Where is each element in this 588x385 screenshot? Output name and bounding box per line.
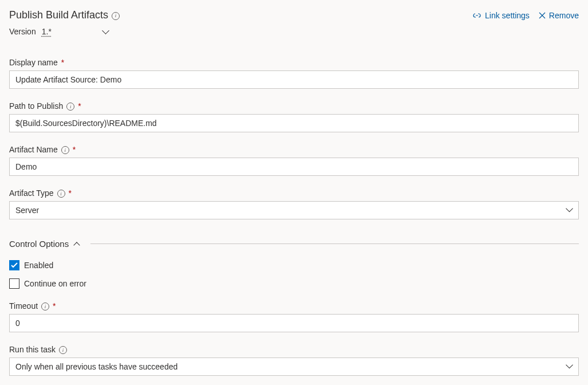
required-marker: * bbox=[73, 145, 76, 154]
required-marker: * bbox=[78, 101, 81, 111]
page-title: Publish Build Artifacts bbox=[9, 9, 108, 21]
info-icon[interactable] bbox=[66, 103, 74, 111]
artifact-name-input[interactable] bbox=[9, 158, 579, 176]
enabled-label: Enabled bbox=[24, 261, 53, 270]
required-marker: * bbox=[61, 58, 64, 67]
artifact-type-select[interactable]: Server bbox=[9, 201, 579, 219]
required-marker: * bbox=[53, 301, 56, 311]
required-marker: * bbox=[69, 188, 72, 198]
chevron-down-icon bbox=[102, 27, 109, 34]
enabled-checkbox[interactable] bbox=[9, 260, 19, 270]
timeout-label: Timeout bbox=[9, 301, 38, 311]
link-settings-button[interactable]: Link settings bbox=[472, 11, 530, 20]
run-this-task-select[interactable]: Only when all previous tasks have succee… bbox=[9, 358, 579, 376]
close-icon bbox=[539, 12, 546, 19]
info-icon[interactable] bbox=[41, 302, 49, 311]
control-options-toggle[interactable]: Control Options bbox=[9, 239, 579, 249]
display-name-label: Display name bbox=[9, 58, 58, 67]
version-label: Version bbox=[9, 27, 36, 36]
link-settings-label: Link settings bbox=[485, 11, 530, 20]
divider bbox=[90, 243, 579, 244]
timeout-input[interactable] bbox=[9, 314, 579, 332]
remove-button[interactable]: Remove bbox=[539, 11, 579, 20]
path-to-publish-label: Path to Publish bbox=[9, 101, 63, 111]
link-icon bbox=[472, 12, 482, 19]
artifact-type-label: Artifact Type bbox=[9, 188, 54, 198]
run-this-task-label: Run this task bbox=[9, 345, 56, 354]
path-to-publish-input[interactable] bbox=[9, 114, 579, 132]
continue-label: Continue on error bbox=[24, 279, 86, 288]
continue-checkbox-row[interactable]: Continue on error bbox=[9, 278, 579, 289]
continue-checkbox[interactable] bbox=[9, 278, 19, 289]
control-options-title: Control Options bbox=[9, 239, 69, 249]
info-icon[interactable] bbox=[112, 12, 120, 20]
info-icon[interactable] bbox=[59, 346, 67, 354]
artifact-name-label: Artifact Name bbox=[9, 145, 58, 154]
version-selector[interactable]: 1.* bbox=[42, 27, 97, 36]
remove-label: Remove bbox=[549, 11, 579, 20]
enabled-checkbox-row[interactable]: Enabled bbox=[9, 260, 579, 270]
artifact-type-value: Server bbox=[15, 206, 39, 215]
check-icon bbox=[11, 262, 18, 268]
run-this-task-value: Only when all previous tasks have succee… bbox=[15, 362, 177, 371]
display-name-input[interactable] bbox=[9, 70, 579, 89]
chevron-up-icon bbox=[74, 242, 80, 248]
info-icon[interactable] bbox=[57, 190, 65, 198]
info-icon[interactable] bbox=[61, 146, 69, 154]
